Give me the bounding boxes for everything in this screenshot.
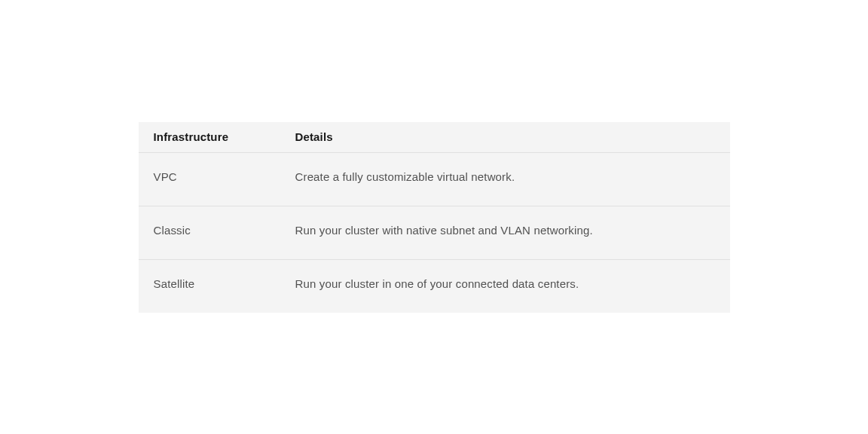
table-body: VPC Create a fully customizable virtual …: [139, 152, 730, 313]
table-row: VPC Create a fully customizable virtual …: [139, 152, 730, 206]
cell-infrastructure: Classic: [139, 206, 280, 259]
table-header: Infrastructure Details: [139, 122, 730, 153]
table: Infrastructure Details VPC Create a full…: [139, 122, 730, 313]
infrastructure-table: Infrastructure Details VPC Create a full…: [139, 122, 730, 313]
table-row: Classic Run your cluster with native sub…: [139, 206, 730, 259]
cell-infrastructure: Satellite: [139, 259, 280, 313]
cell-infrastructure: VPC: [139, 152, 280, 206]
header-details: Details: [280, 122, 730, 153]
table-header-row: Infrastructure Details: [139, 122, 730, 153]
table-row: Satellite Run your cluster in one of you…: [139, 259, 730, 313]
cell-details: Create a fully customizable virtual netw…: [280, 152, 730, 206]
cell-details: Run your cluster with native subnet and …: [280, 206, 730, 259]
header-infrastructure: Infrastructure: [139, 122, 280, 153]
cell-details: Run your cluster in one of your connecte…: [280, 259, 730, 313]
